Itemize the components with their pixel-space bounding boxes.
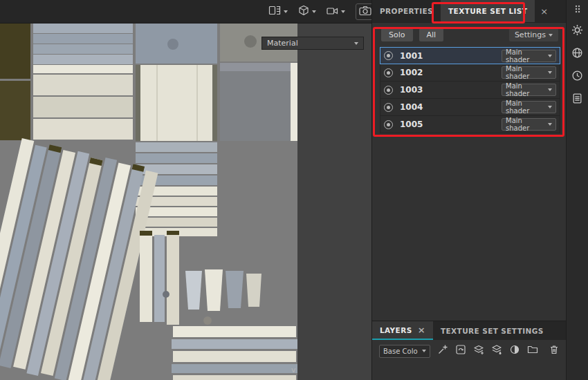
chevron-down-icon bbox=[341, 10, 345, 13]
shader-dropdown[interactable]: Main shader bbox=[502, 50, 556, 62]
magic-wand-icon bbox=[437, 344, 448, 358]
settings-dropdown[interactable]: Settings bbox=[509, 28, 558, 41]
chevron-down-icon bbox=[354, 42, 358, 45]
solo-button[interactable]: Solo bbox=[381, 28, 413, 41]
tab-properties-label: PROPERTIES bbox=[380, 7, 433, 15]
right-dock bbox=[566, 0, 588, 380]
log-document-icon[interactable] bbox=[571, 93, 583, 104]
display-settings-globe-icon[interactable] bbox=[571, 47, 583, 59]
all-button[interactable]: All bbox=[419, 28, 444, 41]
close-icon[interactable]: × bbox=[418, 325, 425, 335]
close-icon[interactable]: × bbox=[540, 6, 548, 17]
camera-view-button[interactable] bbox=[327, 6, 345, 19]
texture-set-list: 1001 Main shader 1002 Main shader 1003 M… bbox=[380, 47, 560, 133]
blend-mode-label: Base Colo bbox=[383, 348, 418, 355]
add-folder-button[interactable] bbox=[527, 344, 538, 358]
add-fill-layer-button[interactable] bbox=[491, 344, 502, 358]
visibility-radio-icon[interactable] bbox=[384, 51, 393, 60]
shader-dropdown-label: Main shader bbox=[506, 48, 545, 64]
tab-texture-set-settings[interactable]: TEXTURE SET SETTINGS bbox=[433, 321, 551, 340]
chevron-down-icon bbox=[284, 10, 288, 13]
material-dropdown[interactable]: Material bbox=[261, 37, 364, 50]
settings-gear-icon[interactable] bbox=[571, 24, 583, 36]
texture-set-id: 1004 bbox=[400, 102, 423, 112]
texture-set-row[interactable]: 1001 Main shader bbox=[380, 47, 560, 64]
visibility-radio-icon[interactable] bbox=[384, 103, 393, 112]
blend-mode-dropdown[interactable]: Base Colo bbox=[379, 345, 430, 358]
texture-set-row[interactable]: 1002 Main shader bbox=[380, 64, 560, 82]
visibility-radio-icon[interactable] bbox=[384, 86, 393, 95]
chevron-down-icon bbox=[548, 106, 552, 108]
tab-texture-set-list-label: TEXTURE SET LIST bbox=[448, 7, 527, 15]
add-layer-icon bbox=[473, 344, 484, 358]
tab-properties[interactable]: PROPERTIES bbox=[372, 0, 441, 22]
add-smart-material-button[interactable] bbox=[455, 344, 466, 358]
viewport-toolbar bbox=[0, 0, 371, 23]
dock-menu-icon[interactable] bbox=[573, 5, 582, 13]
chevron-down-icon bbox=[549, 34, 553, 37]
texture-set-row[interactable]: 1005 Main shader bbox=[380, 116, 560, 133]
tab-texture-set-list[interactable]: TEXTURE SET LIST bbox=[441, 0, 535, 22]
delete-layer-button[interactable] bbox=[549, 344, 560, 358]
folder-icon bbox=[527, 344, 538, 358]
trash-icon bbox=[549, 344, 560, 358]
video-camera-icon bbox=[327, 6, 338, 19]
shader-dropdown-label: Main shader bbox=[506, 117, 545, 132]
shader-dropdown[interactable]: Main shader bbox=[502, 66, 556, 79]
texture-set-row[interactable]: 1004 Main shader bbox=[380, 99, 560, 116]
smart-material-icon bbox=[455, 344, 466, 358]
visibility-radio-icon[interactable] bbox=[384, 120, 393, 129]
add-fill-layer-icon bbox=[491, 344, 502, 358]
shader-dropdown-label: Main shader bbox=[506, 82, 545, 97]
chevron-down-icon bbox=[548, 55, 552, 57]
app-window: Material v PROPERTIES TEXTURE SET LIST ×… bbox=[0, 0, 588, 380]
mask-icon bbox=[509, 344, 520, 358]
shader-dropdown-label: Main shader bbox=[506, 65, 545, 80]
shader-dropdown-label: Main shader bbox=[506, 99, 545, 115]
texture-set-id: 1002 bbox=[400, 68, 423, 77]
texture-set-id: 1003 bbox=[400, 85, 423, 95]
texture-set-controls: Solo All Settings bbox=[372, 23, 566, 46]
chevron-down-icon bbox=[548, 123, 552, 126]
bottom-tab-bar: LAYERS × TEXTURE SET SETTINGS bbox=[372, 321, 567, 340]
add-mask-button[interactable] bbox=[509, 344, 520, 358]
settings-dropdown-label: Settings bbox=[515, 30, 546, 39]
uv-texture-canvas[interactable] bbox=[0, 23, 297, 380]
texture-set-id: 1005 bbox=[400, 120, 423, 129]
add-effect-button[interactable] bbox=[437, 344, 448, 358]
shader-dropdown[interactable]: Main shader bbox=[502, 84, 556, 96]
tab-layers[interactable]: LAYERS × bbox=[372, 321, 433, 340]
add-layer-button[interactable] bbox=[473, 344, 484, 358]
chevron-down-icon bbox=[422, 350, 426, 352]
chevron-down-icon bbox=[312, 10, 316, 13]
texture-set-id: 1001 bbox=[400, 51, 423, 61]
display-mode-button[interactable] bbox=[268, 5, 288, 19]
uv-viewport[interactable]: Material v bbox=[0, 23, 371, 380]
split-view-icon bbox=[268, 5, 281, 19]
camera-icon bbox=[359, 6, 371, 19]
gizmo-axis-label: v bbox=[291, 365, 296, 374]
visibility-radio-icon[interactable] bbox=[384, 68, 393, 77]
right-panel: PROPERTIES TEXTURE SET LIST × Solo All S… bbox=[371, 0, 566, 380]
texture-set-row[interactable]: 1003 Main shader bbox=[380, 82, 560, 99]
material-dropdown-label: Material bbox=[267, 39, 298, 48]
history-clock-icon[interactable] bbox=[571, 70, 583, 82]
panel-tab-bar: PROPERTIES TEXTURE SET LIST × bbox=[372, 0, 566, 23]
shader-dropdown[interactable]: Main shader bbox=[502, 101, 556, 113]
tab-layers-label: LAYERS bbox=[380, 326, 412, 334]
cube-icon bbox=[298, 5, 309, 19]
tab-texture-set-settings-label: TEXTURE SET SETTINGS bbox=[441, 327, 544, 335]
chevron-down-icon bbox=[548, 71, 552, 74]
layers-toolbar: Base Colo bbox=[372, 340, 567, 362]
chevron-down-icon bbox=[548, 88, 552, 91]
shader-dropdown[interactable]: Main shader bbox=[502, 118, 556, 131]
view-mode-button[interactable] bbox=[298, 5, 316, 19]
